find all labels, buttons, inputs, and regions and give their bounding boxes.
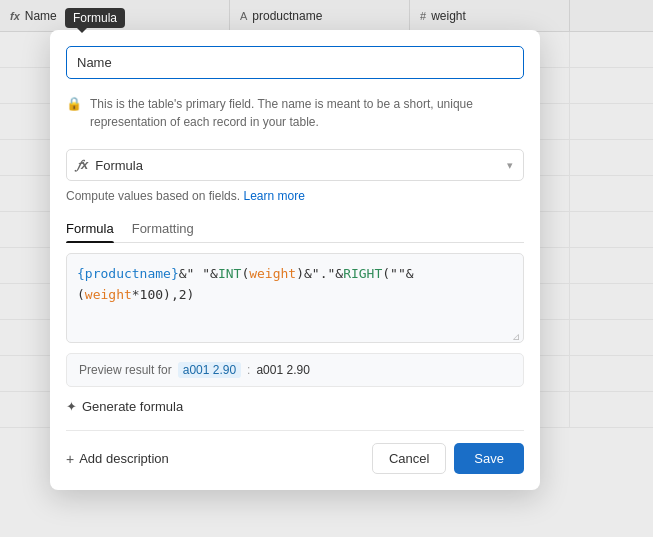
chevron-down-icon: ▾: [507, 159, 513, 172]
formula-editor-wrapper: {productname}&" "&INT(weight)&"."&RIGHT(…: [66, 253, 524, 343]
generate-formula-label: Generate formula: [82, 399, 183, 414]
preview-label: Preview result for: [79, 363, 172, 377]
resize-handle: ⊿: [512, 331, 522, 341]
formula-text: {productname}&" "&INT(weight)&"."&RIGHT(…: [77, 266, 414, 302]
lock-icon: 🔒: [66, 96, 82, 111]
field-type-selector[interactable]: 𝑓x Formula ▾: [66, 149, 524, 181]
learn-more-text: Compute values based on fields. Learn mo…: [66, 189, 524, 203]
tab-formatting-label: Formatting: [132, 221, 194, 236]
primary-field-info-text: This is the table's primary field. The n…: [90, 95, 524, 131]
formula-editor[interactable]: {productname}&" "&INT(weight)&"."&RIGHT(…: [66, 253, 524, 343]
tooltip-label: Formula: [73, 11, 117, 25]
modal-footer: + Add description Cancel Save: [66, 443, 524, 474]
footer-action-buttons: Cancel Save: [372, 443, 524, 474]
preview-value: a001 2.90: [256, 363, 309, 377]
learn-more-link[interactable]: Learn more: [243, 189, 304, 203]
preview-result-bar: Preview result for a001 2.90 : a001 2.90: [66, 353, 524, 387]
formula-tooltip: Formula: [65, 8, 125, 28]
preview-colon: :: [247, 363, 250, 377]
tab-formula[interactable]: Formula: [66, 215, 114, 242]
generate-formula-button[interactable]: ✦ Generate formula: [66, 399, 524, 414]
field-type-fx-icon: 𝑓x: [77, 157, 88, 173]
save-button[interactable]: Save: [454, 443, 524, 474]
cancel-button[interactable]: Cancel: [372, 443, 446, 474]
primary-field-info: 🔒 This is the table's primary field. The…: [66, 89, 524, 137]
add-description-button[interactable]: + Add description: [66, 451, 169, 467]
field-type-label: Formula: [95, 158, 507, 173]
formula-tabs: Formula Formatting: [66, 215, 524, 243]
tab-formula-label: Formula: [66, 221, 114, 236]
footer-divider: [66, 430, 524, 431]
plus-icon: +: [66, 451, 74, 467]
add-description-label: Add description: [79, 451, 169, 466]
tab-formatting[interactable]: Formatting: [132, 215, 194, 242]
compute-description: Compute values based on fields.: [66, 189, 240, 203]
preview-badge: a001 2.90: [178, 362, 241, 378]
sparkle-icon: ✦: [66, 399, 77, 414]
field-editor-modal: 🔒 This is the table's primary field. The…: [50, 30, 540, 490]
field-name-input[interactable]: [66, 46, 524, 79]
